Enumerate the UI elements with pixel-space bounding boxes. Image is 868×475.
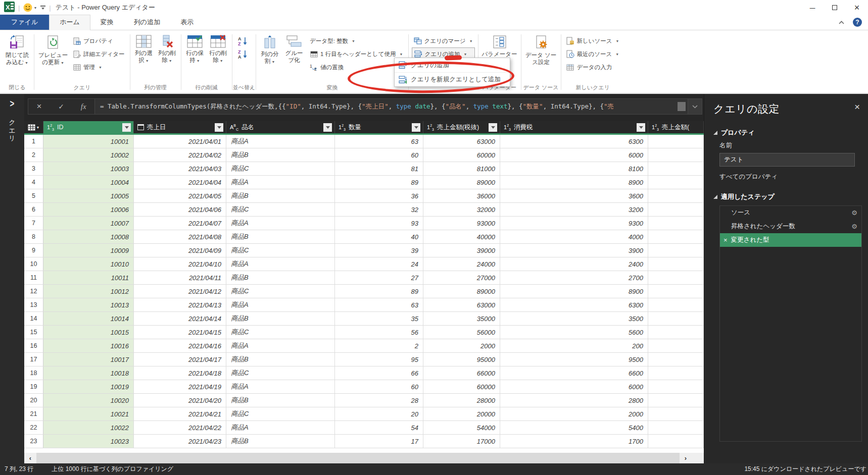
column-header[interactable]: 売上日	[134, 121, 226, 133]
grid-cell[interactable]: 2800	[500, 394, 648, 407]
grid-cell[interactable]: 66	[335, 366, 423, 380]
grid-cell[interactable]: 89	[335, 176, 423, 189]
grid-cell[interactable]: 2021/04/18	[134, 366, 226, 380]
grid-cell[interactable]	[648, 326, 704, 339]
append-queries-dropdown-arrow[interactable]: ▼	[464, 52, 467, 56]
grid-cell[interactable]: 10016	[43, 339, 134, 352]
grid-cell[interactable]: 36	[335, 189, 423, 202]
applied-step-item[interactable]: ×変更された型	[720, 233, 861, 247]
grid-cell[interactable]: 2700	[500, 271, 648, 284]
grid-cell[interactable]: 商品C	[226, 162, 335, 175]
row-number[interactable]: 15	[24, 326, 43, 339]
grid-cell[interactable]: 54	[335, 421, 423, 434]
recent-sources-button[interactable]: 最近のソース▼	[564, 47, 621, 61]
grid-cell[interactable]: 9500	[500, 353, 648, 366]
merge-queries-button[interactable]: クエリのマージ▼	[412, 34, 475, 47]
refresh-preview-button[interactable]: プレビューの更新▼	[37, 33, 69, 66]
grid-cell[interactable]: 10004	[43, 176, 134, 189]
row-number[interactable]: 5	[24, 189, 43, 202]
grid-cell[interactable]: 2021/04/20	[134, 394, 226, 407]
grid-cell[interactable]: 10009	[43, 244, 134, 257]
row-number[interactable]: 1	[24, 135, 43, 148]
grid-cell[interactable]: 27000	[423, 271, 500, 284]
grid-cell[interactable]: 35000	[423, 312, 500, 325]
grid-cell[interactable]: 2021/04/23	[134, 435, 226, 448]
group-by-button[interactable]: グループ化	[282, 33, 306, 64]
grid-cell[interactable]: 2021/04/22	[134, 421, 226, 434]
sort-ascending-button[interactable]: AZ	[236, 35, 252, 46]
step-settings-gear-icon[interactable]: ⚙	[851, 209, 857, 217]
grid-cell[interactable]: 2021/04/05	[134, 189, 226, 202]
close-and-load-button[interactable]: 閉じて読み込む▼	[4, 33, 31, 66]
grid-cell[interactable]: 10020	[43, 394, 134, 407]
grid-cell[interactable]: 10013	[43, 298, 134, 311]
grid-cell[interactable]: 商品A	[226, 339, 335, 352]
grid-cell[interactable]: 10002	[43, 148, 134, 162]
grid-cell[interactable]: 商品B	[226, 353, 335, 366]
grid-cell[interactable]: 10001	[43, 135, 134, 148]
panel-close-icon[interactable]: ×	[854, 102, 860, 112]
column-header[interactable]: 123消費税	[500, 121, 648, 133]
row-number[interactable]: 18	[24, 366, 43, 380]
grid-cell[interactable]: 4000	[500, 230, 648, 243]
grid-cell[interactable]	[648, 380, 704, 393]
applied-step-item[interactable]: 昇格されたヘッダー数⚙	[720, 220, 861, 233]
grid-cell[interactable]: 28	[335, 394, 423, 407]
filter-icon[interactable]	[122, 123, 131, 132]
grid-cell[interactable]: 10018	[43, 366, 134, 380]
grid-cell[interactable]: 商品B	[226, 271, 335, 284]
grid-cell[interactable]: 2000	[423, 339, 500, 352]
tab-home[interactable]: ホーム	[49, 15, 90, 30]
grid-cell[interactable]: 28000	[423, 394, 500, 407]
grid-cell[interactable]: 商品B	[226, 189, 335, 202]
data-type-button[interactable]: データ型: 整数▼	[308, 34, 405, 47]
grid-cell[interactable]: 10006	[43, 203, 134, 216]
grid-cell[interactable]: 2021/04/17	[134, 353, 226, 366]
scroll-left-icon[interactable]: ‹	[24, 454, 36, 462]
commit-formula-icon[interactable]: ✓	[58, 102, 64, 111]
grid-cell[interactable]	[648, 407, 704, 420]
grid-cell[interactable]: 60	[335, 148, 423, 162]
grid-cell[interactable]: 54000	[423, 421, 500, 434]
profiling-status[interactable]: 上位 1000 行に基づく列のプロファイリング	[52, 465, 173, 473]
grid-cell[interactable]: 60	[335, 380, 423, 393]
grid-cell[interactable]	[648, 148, 704, 162]
grid-cell[interactable]	[648, 257, 704, 271]
grid-cell[interactable]: 10005	[43, 189, 134, 202]
grid-cell[interactable]: 商品C	[226, 366, 335, 380]
grid-cell[interactable]: 2021/04/11	[134, 271, 226, 284]
filter-icon[interactable]	[323, 123, 332, 132]
grid-cell[interactable]: 10022	[43, 421, 134, 434]
grid-cell[interactable]: 2021/04/06	[134, 203, 226, 216]
grid-cell[interactable]: 10023	[43, 435, 134, 448]
grid-cell[interactable]: 2021/04/02	[134, 148, 226, 162]
grid-cell[interactable]: 商品C	[226, 244, 335, 257]
grid-cell[interactable]: 2021/04/15	[134, 326, 226, 339]
grid-cell[interactable]: 10008	[43, 230, 134, 243]
grid-cell[interactable]: 2021/04/13	[134, 298, 226, 311]
column-header[interactable]: ABC品名	[226, 121, 335, 133]
properties-button[interactable]: プロパティ	[71, 34, 127, 47]
grid-cell[interactable]	[648, 366, 704, 380]
new-source-button[interactable]: 新しいソース▼	[564, 34, 621, 47]
grid-cell[interactable]: 2021/04/03	[134, 162, 226, 175]
row-number[interactable]: 23	[24, 435, 43, 448]
grid-cell[interactable]: 10011	[43, 271, 134, 284]
query-name-input[interactable]	[719, 153, 855, 167]
grid-cell[interactable]: 商品A	[226, 217, 335, 230]
grid-cell[interactable]: 5400	[500, 421, 648, 434]
grid-cell[interactable]: 95	[335, 353, 423, 366]
grid-cell[interactable]: 商品A	[226, 176, 335, 189]
grid-cell[interactable]: 10014	[43, 312, 134, 325]
grid-cell[interactable]: 17	[335, 435, 423, 448]
grid-cell[interactable]: 2021/04/12	[134, 285, 226, 298]
grid-cell[interactable]: 商品B	[226, 230, 335, 243]
data-source-settings-button[interactable]: データ ソース設定	[524, 33, 558, 66]
grid-cell[interactable]: 商品A	[226, 421, 335, 434]
grid-cell[interactable]: 10017	[43, 353, 134, 366]
grid-cell[interactable]: 2021/04/16	[134, 339, 226, 352]
grid-cell[interactable]: 2021/04/08	[134, 230, 226, 243]
grid-cell[interactable]: 89	[335, 285, 423, 298]
grid-cell[interactable]: 2021/04/19	[134, 380, 226, 393]
grid-cell[interactable]: 32	[335, 203, 423, 216]
